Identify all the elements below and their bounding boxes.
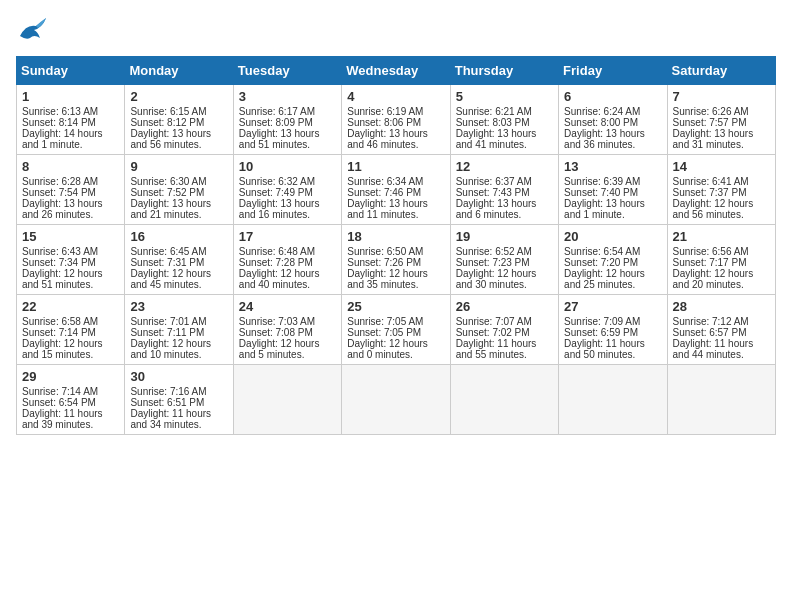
- calendar-day-16: 16Sunrise: 6:45 AMSunset: 7:31 PMDayligh…: [125, 225, 233, 295]
- calendar-day-21: 21Sunrise: 6:56 AMSunset: 7:17 PMDayligh…: [667, 225, 775, 295]
- calendar-day-29: 29Sunrise: 7:14 AMSunset: 6:54 PMDayligh…: [17, 365, 125, 435]
- sunset-text: Sunset: 6:57 PM: [673, 327, 747, 338]
- sunrise-text: Sunrise: 6:45 AM: [130, 246, 206, 257]
- day-number: 23: [130, 299, 227, 314]
- calendar-day-17: 17Sunrise: 6:48 AMSunset: 7:28 PMDayligh…: [233, 225, 341, 295]
- calendar-day-11: 11Sunrise: 6:34 AMSunset: 7:46 PMDayligh…: [342, 155, 450, 225]
- header-saturday: Saturday: [667, 57, 775, 85]
- day-number: 1: [22, 89, 119, 104]
- calendar-day-empty: [450, 365, 558, 435]
- sunset-text: Sunset: 7:54 PM: [22, 187, 96, 198]
- calendar-day-9: 9Sunrise: 6:30 AMSunset: 7:52 PMDaylight…: [125, 155, 233, 225]
- daylight-text: Daylight: 12 hours and 10 minutes.: [130, 338, 211, 360]
- sunrise-text: Sunrise: 7:09 AM: [564, 316, 640, 327]
- calendar-day-7: 7Sunrise: 6:26 AMSunset: 7:57 PMDaylight…: [667, 85, 775, 155]
- daylight-text: Daylight: 12 hours and 15 minutes.: [22, 338, 103, 360]
- sunrise-text: Sunrise: 6:54 AM: [564, 246, 640, 257]
- calendar-table: SundayMondayTuesdayWednesdayThursdayFrid…: [16, 56, 776, 435]
- daylight-text: Daylight: 12 hours and 5 minutes.: [239, 338, 320, 360]
- calendar-day-2: 2Sunrise: 6:15 AMSunset: 8:12 PMDaylight…: [125, 85, 233, 155]
- sunrise-text: Sunrise: 6:15 AM: [130, 106, 206, 117]
- sunset-text: Sunset: 7:23 PM: [456, 257, 530, 268]
- daylight-text: Daylight: 12 hours and 20 minutes.: [673, 268, 754, 290]
- daylight-text: Daylight: 11 hours and 55 minutes.: [456, 338, 537, 360]
- daylight-text: Daylight: 13 hours and 11 minutes.: [347, 198, 428, 220]
- day-number: 5: [456, 89, 553, 104]
- sunset-text: Sunset: 7:11 PM: [130, 327, 204, 338]
- sunset-text: Sunset: 7:17 PM: [673, 257, 747, 268]
- calendar-week-2: 8Sunrise: 6:28 AMSunset: 7:54 PMDaylight…: [17, 155, 776, 225]
- header-thursday: Thursday: [450, 57, 558, 85]
- header-monday: Monday: [125, 57, 233, 85]
- sunrise-text: Sunrise: 6:34 AM: [347, 176, 423, 187]
- calendar-week-5: 29Sunrise: 7:14 AMSunset: 6:54 PMDayligh…: [17, 365, 776, 435]
- calendar-day-4: 4Sunrise: 6:19 AMSunset: 8:06 PMDaylight…: [342, 85, 450, 155]
- daylight-text: Daylight: 12 hours and 45 minutes.: [130, 268, 211, 290]
- header-friday: Friday: [559, 57, 667, 85]
- calendar-day-27: 27Sunrise: 7:09 AMSunset: 6:59 PMDayligh…: [559, 295, 667, 365]
- sunset-text: Sunset: 7:28 PM: [239, 257, 313, 268]
- calendar-day-5: 5Sunrise: 6:21 AMSunset: 8:03 PMDaylight…: [450, 85, 558, 155]
- day-number: 15: [22, 229, 119, 244]
- sunrise-text: Sunrise: 7:16 AM: [130, 386, 206, 397]
- sunset-text: Sunset: 8:06 PM: [347, 117, 421, 128]
- sunrise-text: Sunrise: 6:43 AM: [22, 246, 98, 257]
- logo-icon: [16, 16, 48, 44]
- sunrise-text: Sunrise: 6:21 AM: [456, 106, 532, 117]
- calendar-day-14: 14Sunrise: 6:41 AMSunset: 7:37 PMDayligh…: [667, 155, 775, 225]
- day-number: 29: [22, 369, 119, 384]
- daylight-text: Daylight: 12 hours and 35 minutes.: [347, 268, 428, 290]
- daylight-text: Daylight: 13 hours and 51 minutes.: [239, 128, 320, 150]
- calendar-day-10: 10Sunrise: 6:32 AMSunset: 7:49 PMDayligh…: [233, 155, 341, 225]
- sunset-text: Sunset: 6:54 PM: [22, 397, 96, 408]
- header-sunday: Sunday: [17, 57, 125, 85]
- sunset-text: Sunset: 7:57 PM: [673, 117, 747, 128]
- calendar-week-1: 1Sunrise: 6:13 AMSunset: 8:14 PMDaylight…: [17, 85, 776, 155]
- daylight-text: Daylight: 11 hours and 34 minutes.: [130, 408, 211, 430]
- daylight-text: Daylight: 11 hours and 50 minutes.: [564, 338, 645, 360]
- daylight-text: Daylight: 13 hours and 16 minutes.: [239, 198, 320, 220]
- daylight-text: Daylight: 11 hours and 39 minutes.: [22, 408, 103, 430]
- day-number: 20: [564, 229, 661, 244]
- day-number: 22: [22, 299, 119, 314]
- sunrise-text: Sunrise: 7:07 AM: [456, 316, 532, 327]
- daylight-text: Daylight: 13 hours and 26 minutes.: [22, 198, 103, 220]
- day-number: 16: [130, 229, 227, 244]
- sunset-text: Sunset: 7:05 PM: [347, 327, 421, 338]
- daylight-text: Daylight: 13 hours and 56 minutes.: [130, 128, 211, 150]
- calendar-day-28: 28Sunrise: 7:12 AMSunset: 6:57 PMDayligh…: [667, 295, 775, 365]
- sunrise-text: Sunrise: 6:28 AM: [22, 176, 98, 187]
- sunrise-text: Sunrise: 6:32 AM: [239, 176, 315, 187]
- calendar-day-1: 1Sunrise: 6:13 AMSunset: 8:14 PMDaylight…: [17, 85, 125, 155]
- day-number: 2: [130, 89, 227, 104]
- day-number: 27: [564, 299, 661, 314]
- calendar-day-empty: [233, 365, 341, 435]
- day-number: 8: [22, 159, 119, 174]
- daylight-text: Daylight: 14 hours and 1 minute.: [22, 128, 103, 150]
- sunrise-text: Sunrise: 6:56 AM: [673, 246, 749, 257]
- sunset-text: Sunset: 7:52 PM: [130, 187, 204, 198]
- day-number: 21: [673, 229, 770, 244]
- calendar-header-row: SundayMondayTuesdayWednesdayThursdayFrid…: [17, 57, 776, 85]
- calendar-day-18: 18Sunrise: 6:50 AMSunset: 7:26 PMDayligh…: [342, 225, 450, 295]
- calendar-day-3: 3Sunrise: 6:17 AMSunset: 8:09 PMDaylight…: [233, 85, 341, 155]
- day-number: 14: [673, 159, 770, 174]
- calendar-day-24: 24Sunrise: 7:03 AMSunset: 7:08 PMDayligh…: [233, 295, 341, 365]
- calendar-day-15: 15Sunrise: 6:43 AMSunset: 7:34 PMDayligh…: [17, 225, 125, 295]
- sunset-text: Sunset: 8:03 PM: [456, 117, 530, 128]
- day-number: 7: [673, 89, 770, 104]
- sunrise-text: Sunrise: 6:50 AM: [347, 246, 423, 257]
- sunset-text: Sunset: 7:37 PM: [673, 187, 747, 198]
- sunset-text: Sunset: 7:40 PM: [564, 187, 638, 198]
- calendar-day-19: 19Sunrise: 6:52 AMSunset: 7:23 PMDayligh…: [450, 225, 558, 295]
- sunrise-text: Sunrise: 6:41 AM: [673, 176, 749, 187]
- sunset-text: Sunset: 7:02 PM: [456, 327, 530, 338]
- sunset-text: Sunset: 7:49 PM: [239, 187, 313, 198]
- daylight-text: Daylight: 12 hours and 56 minutes.: [673, 198, 754, 220]
- sunset-text: Sunset: 6:51 PM: [130, 397, 204, 408]
- daylight-text: Daylight: 12 hours and 25 minutes.: [564, 268, 645, 290]
- sunrise-text: Sunrise: 6:48 AM: [239, 246, 315, 257]
- day-number: 28: [673, 299, 770, 314]
- day-number: 18: [347, 229, 444, 244]
- daylight-text: Daylight: 12 hours and 30 minutes.: [456, 268, 537, 290]
